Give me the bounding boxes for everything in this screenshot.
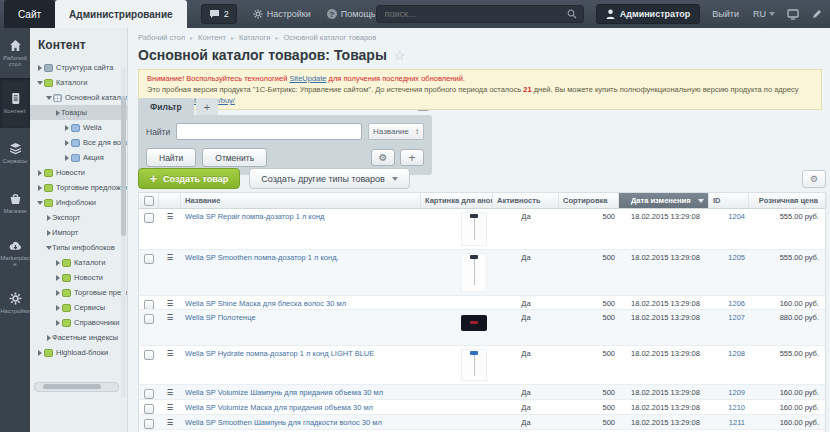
- favorite-star-icon[interactable]: ☆: [394, 48, 406, 63]
- siteupdate-link[interactable]: SiteUpdate: [289, 74, 326, 83]
- product-id-link[interactable]: 1205: [728, 253, 745, 262]
- row-checkbox[interactable]: [144, 350, 154, 360]
- breadcrumb-item[interactable]: Основной каталог товаров: [283, 33, 376, 42]
- expand-open-icon[interactable]: [36, 201, 43, 205]
- tree-item[interactable]: Справочники: [30, 315, 127, 330]
- product-name-link[interactable]: Wella SP Volumize Маска для придания объ…: [185, 403, 373, 412]
- row-checkbox[interactable]: [144, 389, 154, 399]
- column-header-name[interactable]: Название: [181, 193, 421, 208]
- grid-settings-button[interactable]: ⚙: [802, 170, 826, 188]
- product-name-link[interactable]: Wella SP Полотенце: [185, 313, 256, 322]
- column-header-image[interactable]: Картинка для анонса: [421, 193, 493, 208]
- tree-item[interactable]: Основной каталог това: [30, 90, 127, 105]
- row-menu-icon[interactable]: ☰: [159, 400, 181, 414]
- topbar-search[interactable]: [376, 5, 584, 23]
- product-name-link[interactable]: Wella SP Repair помпа-дозатор 1 л конд: [185, 212, 324, 221]
- search-icon[interactable]: [567, 9, 577, 19]
- row-menu-icon[interactable]: ☰: [159, 415, 181, 429]
- tree-item[interactable]: Экспорт: [30, 210, 127, 225]
- expand-closed-icon[interactable]: [54, 275, 61, 281]
- tree-item[interactable]: Структура сайта: [30, 60, 127, 75]
- column-header-modified-sorted[interactable]: Дата изменения: [619, 193, 709, 208]
- breadcrumb-item[interactable]: Каталоги: [239, 33, 270, 42]
- language-selector[interactable]: RU: [753, 9, 775, 19]
- tree-item[interactable]: Сервисы: [30, 300, 127, 315]
- row-menu-icon[interactable]: ☰: [159, 209, 181, 249]
- row-checkbox[interactable]: [144, 419, 154, 429]
- tree-item[interactable]: Новости: [30, 270, 127, 285]
- rail-item-services[interactable]: Сервисы: [0, 128, 30, 178]
- scrollbar-thumb[interactable]: [43, 384, 101, 389]
- product-name-link[interactable]: Wella SP Smoothen помпа-дозатор 1 л конд…: [185, 253, 339, 262]
- product-id-link[interactable]: 1208: [728, 349, 745, 358]
- expand-closed-icon[interactable]: [45, 230, 52, 236]
- filter-tab[interactable]: Фильтр: [138, 98, 194, 115]
- expand-closed-icon[interactable]: [63, 155, 70, 161]
- product-id-link[interactable]: 1206: [728, 299, 745, 308]
- tree-item[interactable]: Торговые предложения: [30, 180, 127, 195]
- logout-link[interactable]: Выйти: [712, 9, 739, 19]
- expand-closed-icon[interactable]: [36, 350, 43, 356]
- expand-closed-icon[interactable]: [54, 320, 61, 326]
- expand-closed-icon[interactable]: [54, 305, 61, 311]
- rail-item-store[interactable]: Магазин: [0, 178, 30, 228]
- expand-open-icon[interactable]: [45, 96, 52, 100]
- expand-open-icon[interactable]: [45, 246, 52, 250]
- search-input[interactable]: [383, 8, 567, 20]
- tree-item[interactable]: Все для волос: [30, 135, 127, 150]
- edit-mode-button[interactable]: [811, 9, 822, 20]
- column-header-price[interactable]: Розничная цена: [749, 193, 827, 208]
- expand-closed-icon[interactable]: [36, 185, 43, 191]
- product-id-link[interactable]: 1209: [728, 388, 745, 397]
- create-other-types-button[interactable]: Создать другие типы товаров: [249, 168, 410, 189]
- row-menu-icon[interactable]: ☰: [159, 296, 181, 309]
- filter-field-select[interactable]: Название ↕: [368, 123, 424, 140]
- scrollbar-thumb[interactable]: [121, 96, 126, 236]
- tree-item[interactable]: Импорт: [30, 225, 127, 240]
- tree-item[interactable]: Каталоги: [30, 255, 127, 270]
- product-name-link[interactable]: Wella SP Shine Маска для блеска волос 30…: [185, 299, 346, 308]
- tree-vertical-scrollbar[interactable]: [121, 68, 126, 398]
- select-all-checkbox[interactable]: [144, 196, 154, 206]
- tree-item[interactable]: Товары: [30, 105, 127, 120]
- product-name-link[interactable]: Wella SP Hydrate помпа-дозатор 1 л конд …: [185, 349, 374, 358]
- notifications-button[interactable]: 2: [201, 4, 237, 24]
- filter-add-field-button[interactable]: +: [400, 149, 424, 166]
- filter-cancel-button[interactable]: Отменить: [202, 148, 267, 167]
- tab-site[interactable]: Сайт: [4, 0, 55, 28]
- breadcrumb-item[interactable]: Рабочий стол: [138, 33, 185, 42]
- product-id-link[interactable]: 1210: [728, 403, 745, 412]
- column-header-id[interactable]: ID: [709, 193, 749, 208]
- tree-item[interactable]: Фасетные индексы: [30, 330, 127, 345]
- expand-closed-icon[interactable]: [45, 335, 52, 341]
- rail-item-marketplace[interactable]: Marketplace: [0, 228, 30, 278]
- expand-closed-icon[interactable]: [63, 140, 70, 146]
- expand-closed-icon[interactable]: [63, 125, 70, 131]
- row-checkbox[interactable]: [144, 300, 154, 309]
- row-checkbox[interactable]: [144, 314, 154, 324]
- user-button[interactable]: Администратор: [596, 4, 701, 24]
- row-menu-icon[interactable]: ☰: [159, 310, 181, 345]
- row-checkbox[interactable]: [144, 213, 154, 223]
- row-checkbox[interactable]: [144, 404, 154, 414]
- expand-closed-icon[interactable]: [45, 215, 52, 221]
- expand-closed-icon[interactable]: [36, 170, 43, 176]
- product-id-link[interactable]: 1204: [728, 212, 745, 221]
- tree-item[interactable]: Инфоблоки: [30, 195, 127, 210]
- column-header-sort[interactable]: Сортировка: [559, 193, 619, 208]
- tree-item[interactable]: Каталоги: [30, 75, 127, 90]
- expand-closed-icon[interactable]: [54, 110, 61, 116]
- rail-item-settings[interactable]: Настройки: [0, 278, 30, 328]
- tree-horizontal-scrollbar[interactable]: [34, 382, 119, 392]
- tree-item[interactable]: Wella: [30, 120, 127, 135]
- tree-item[interactable]: Торговые предложе: [30, 285, 127, 300]
- filter-find-button[interactable]: Найти: [146, 148, 196, 167]
- rail-item-content[interactable]: Контент: [0, 78, 30, 128]
- filter-find-input[interactable]: [176, 123, 362, 140]
- desktop-view-button[interactable]: [787, 9, 799, 20]
- row-menu-icon[interactable]: ☰: [159, 250, 181, 295]
- expand-closed-icon[interactable]: [54, 260, 61, 266]
- product-id-link[interactable]: 1211: [729, 418, 745, 427]
- product-name-link[interactable]: Wella SP Smoothen Шампунь для гладкости …: [185, 418, 382, 427]
- product-id-link[interactable]: 1207: [728, 313, 745, 322]
